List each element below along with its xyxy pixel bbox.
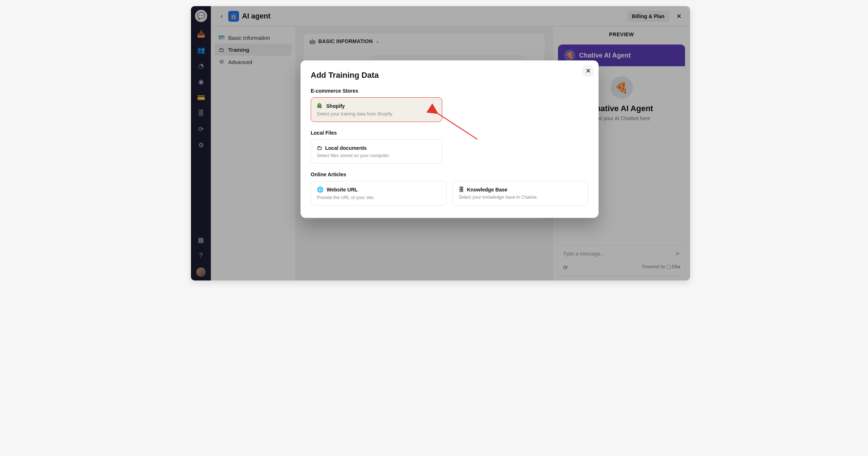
modal-close-button[interactable]: ✕ <box>583 66 593 76</box>
option-local-title: Local documents <box>325 145 367 151</box>
option-local-documents[interactable]: 🗀 Local documents Select files stored on… <box>311 139 442 164</box>
option-knowledge-base[interactable]: 🗄 Knowledge Base Select your knowledge b… <box>452 181 588 206</box>
option-website-url-title: Website URL <box>327 187 358 193</box>
section-label-online: Online Articles <box>311 172 588 177</box>
option-shopify[interactable]: Shopify Select your training data from S… <box>311 97 442 122</box>
section-label-local: Local Files <box>311 130 588 136</box>
option-local-desc: Select files stored on your computer. <box>317 153 436 158</box>
folder-icon: 🗀 <box>317 145 322 151</box>
option-knowledge-base-desc: Select your knowledge base in Chative. <box>459 195 582 200</box>
shopify-icon <box>317 103 323 109</box>
option-knowledge-base-title: Knowledge Base <box>467 187 507 193</box>
add-training-data-modal: ✕ Add Training Data E-commerce Stores Sh… <box>301 60 599 218</box>
option-website-url-desc: Provide the URL of your site. <box>317 195 441 200</box>
modal-title: Add Training Data <box>311 71 588 80</box>
globe-icon: 🌐 <box>317 186 324 193</box>
option-shopify-title: Shopify <box>326 103 345 109</box>
section-label-ecommerce: E-commerce Stores <box>311 88 588 94</box>
database-icon: 🗄 <box>459 186 464 193</box>
app-window: 💬 📥 👥 ◔ ◉ 💳 🗄 ⟳ ⚙ ▦ ? ‹ 🤖 AI agent Billi… <box>191 6 690 280</box>
option-shopify-desc: Select your training data from Shopify. <box>317 111 436 117</box>
option-website-url[interactable]: 🌐 Website URL Provide the URL of your si… <box>311 181 447 206</box>
